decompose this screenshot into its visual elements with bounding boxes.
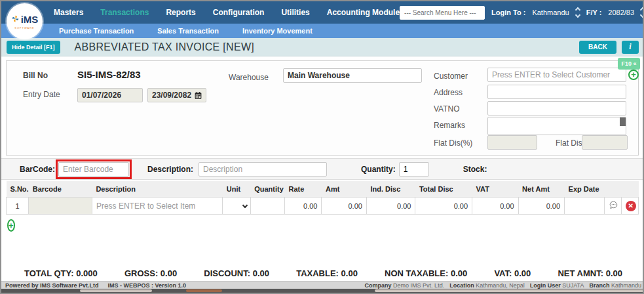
menu-search-input[interactable] <box>400 6 485 20</box>
col-amt: Amt <box>322 181 366 198</box>
row-rate-input[interactable]: 0.00 <box>285 198 322 215</box>
total-discount: DISCOUNT: 0.00 <box>204 268 269 282</box>
row-total-disc-value: 0.00 <box>415 198 472 215</box>
top-navbar: iMS SOFTWARE Masters Transactions Report… <box>1 1 643 24</box>
barcode-input[interactable] <box>58 162 129 177</box>
flat-dis-rs-input <box>582 135 628 150</box>
col-total-disc: Total Disc <box>415 181 472 198</box>
invoice-header-form: Bill No SI5-IMS-82/83 Entry Date Warehou… <box>6 60 639 156</box>
total-qty: TOTAL QTY: 0.000 <box>24 268 98 282</box>
barcode-highlight-box <box>56 159 132 179</box>
row-amt-value: 0.00 <box>322 198 366 215</box>
col-net-amt: Net Amt <box>518 181 565 198</box>
remarks-textarea[interactable] <box>487 117 626 135</box>
info-button[interactable]: i <box>622 41 639 54</box>
f10-collapse-button[interactable]: F10 « <box>618 58 640 70</box>
calendar-icon[interactable] <box>194 91 202 102</box>
bill-no-value: SI5-IMS-82/83 <box>77 69 141 80</box>
table-row: 1 Press ENTER to Select Item 0.00 0.00 0… <box>7 198 639 215</box>
menu-configuration[interactable]: Configuration <box>213 8 265 17</box>
subnav-purchase-transaction[interactable]: Purchase Transaction <box>59 27 134 35</box>
row-net-amt-value: 0.00 <box>518 198 565 215</box>
flat-dis-pct-label: Flat Dis(%) <box>434 138 472 148</box>
total-non-taxable: NON TAXABLE: 0.00 <box>385 268 467 282</box>
location-value: Kathmandu, Nepal <box>476 282 525 289</box>
powered-by: Powered by IMS Software Pvt.Ltd <box>5 282 99 289</box>
entry-date-ad-input[interactable] <box>77 88 143 102</box>
bill-no-label: Bill No <box>23 71 48 80</box>
quantity-input[interactable] <box>399 162 429 177</box>
logo-subtext: SOFTWARE <box>14 26 35 30</box>
col-description: Description <box>92 181 222 198</box>
vatno-input[interactable] <box>487 101 626 116</box>
total-gross: GROSS: 0.00 <box>124 268 177 282</box>
chevron-down-icon <box>242 203 247 208</box>
flat-dis-pct-input <box>487 135 537 150</box>
pinwheel-logo-icon <box>11 14 20 26</box>
company-value: Demo IMS Pvt. Ltd. <box>393 282 444 289</box>
login-user-value: SUJATA <box>562 282 584 289</box>
status-footer: Powered by IMS Software Pvt.Ltd IMS - WE… <box>1 281 644 289</box>
remarks-scrollbar[interactable] <box>620 117 626 126</box>
address-label: Address <box>434 88 463 97</box>
sub-navbar: Purchase Transaction Sales Transaction I… <box>1 24 643 38</box>
menu-transactions[interactable]: Transactions <box>100 8 149 17</box>
col-note <box>604 181 621 198</box>
customer-input[interactable] <box>487 68 626 82</box>
logo-text: iMS <box>21 14 39 25</box>
navbar-right: Login To : Kathmandu F/Y : 2082/83 0 <box>400 6 644 20</box>
menu-masters[interactable]: Masters <box>54 8 83 17</box>
table-header-row: S.No. Barcode Description Unit Quantity … <box>7 181 639 198</box>
branch-selector[interactable] <box>576 7 580 18</box>
hide-detail-button[interactable]: Hide Detail [F1] <box>7 41 60 54</box>
description-input[interactable] <box>199 162 327 177</box>
col-quantity: Quantity <box>250 181 284 198</box>
login-to-label: Login To : <box>491 9 525 16</box>
row-vat-value: 0.00 <box>472 198 519 215</box>
entry-date-label: Entry Date <box>23 90 60 99</box>
total-taxable: TAXABLE: 0.00 <box>296 268 358 282</box>
page-header: Hide Detail [F1] ABBREVIATED TAX INVOICE… <box>1 38 643 56</box>
row-sno: 1 <box>7 198 29 215</box>
remarks-label: Remarks <box>434 121 465 130</box>
row-exp-date-input[interactable] <box>565 198 604 215</box>
menu-accounting-module[interactable]: Accounting Module <box>327 8 400 17</box>
page-title: ABBREVIATED TAX INVOICE [NEW] <box>75 41 255 53</box>
col-exp-date: Exp Date <box>565 181 604 198</box>
main-menu: Masters Transactions Reports Configurati… <box>54 8 400 17</box>
row-ind-disc-input[interactable]: 0.00 <box>366 198 415 215</box>
row-quantity-input[interactable] <box>250 198 284 215</box>
stock-label: Stock: <box>463 165 487 174</box>
col-ind-disc: Ind. Disc <box>366 181 415 198</box>
col-barcode: Barcode <box>29 181 92 198</box>
col-sno: S.No. <box>7 181 29 198</box>
branch-label: Branch <box>589 282 609 289</box>
row-unit-select[interactable] <box>223 198 250 215</box>
vatno-label: VATNO <box>434 104 460 114</box>
add-customer-button[interactable]: + <box>628 70 639 80</box>
app-window: iMS SOFTWARE Masters Transactions Report… <box>0 0 644 294</box>
row-delete-icon[interactable]: ✕ <box>621 198 638 215</box>
warehouse-input[interactable] <box>283 68 422 83</box>
warehouse-label: Warehouse <box>229 73 269 82</box>
barcode-entry-bar: BarCode: Description: Quantity: Stock: <box>1 158 644 180</box>
row-description-input[interactable]: Press ENTER to Select Item <box>92 198 222 215</box>
login-to-value: Kathmandu <box>532 9 569 16</box>
login-user-label: Login User <box>530 282 561 289</box>
ims-logo[interactable]: iMS SOFTWARE <box>7 3 43 39</box>
back-button[interactable]: BACK <box>579 41 616 54</box>
address-input[interactable] <box>487 85 626 99</box>
menu-reports[interactable]: Reports <box>166 8 195 17</box>
fy-selector[interactable] <box>641 7 644 18</box>
total-net-amount: NET AMNT: 0.00 <box>558 268 622 282</box>
subnav-inventory-movement[interactable]: Inventory Movement <box>242 27 313 35</box>
menu-utilities[interactable]: Utilities <box>281 8 309 17</box>
fy-label: F/Y : <box>586 9 602 16</box>
col-rate: Rate <box>285 181 322 198</box>
row-barcode-cell <box>29 198 92 215</box>
items-table: S.No. Barcode Description Unit Quantity … <box>6 181 639 215</box>
row-note-icon[interactable] <box>604 198 621 215</box>
company-label: Company <box>365 282 392 289</box>
subnav-sales-transaction[interactable]: Sales Transaction <box>157 27 219 35</box>
add-row-button[interactable]: + <box>7 219 15 231</box>
